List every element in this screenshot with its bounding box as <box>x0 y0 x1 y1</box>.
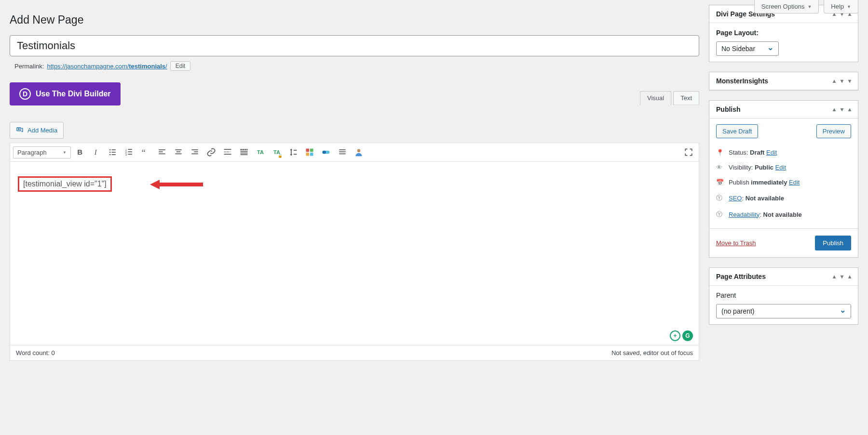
svg-rect-45 <box>323 151 326 154</box>
panel-up-icon[interactable]: ▴ <box>833 78 836 84</box>
yoast-add-icon[interactable]: + <box>670 330 680 341</box>
add-media-label: Add Media <box>27 127 57 134</box>
pill-icon[interactable] <box>319 145 333 159</box>
svg-rect-0 <box>17 128 21 131</box>
toolbar-toggle-icon[interactable] <box>237 145 251 159</box>
shortcode-highlight: [testimonial_view id="1"] <box>18 176 112 192</box>
align-right-icon[interactable] <box>188 145 202 159</box>
status-label: Status: <box>729 149 748 156</box>
parent-value: (no parent) <box>721 307 754 315</box>
svg-rect-9 <box>112 154 116 155</box>
save-draft-button[interactable]: Save Draft <box>716 124 758 138</box>
panel-up-icon[interactable]: ▴ <box>833 106 836 113</box>
svg-rect-20 <box>175 149 181 150</box>
panel-down-icon[interactable]: ▾ <box>841 273 843 280</box>
permalink-url-prefix: https://jasonchampagne.com/ <box>47 63 129 70</box>
bold-icon[interactable]: B <box>73 145 87 159</box>
panel-up-icon[interactable]: ▴ <box>833 273 836 280</box>
blockquote-icon[interactable]: “ <box>138 145 153 159</box>
svg-rect-36 <box>241 153 248 154</box>
svg-rect-37 <box>241 154 248 155</box>
editor-status-bar: Word count: 0 Not saved, editor out of f… <box>10 345 699 361</box>
visibility-value: Public <box>755 164 773 171</box>
person-icon[interactable] <box>352 145 366 159</box>
svg-point-6 <box>109 152 111 153</box>
panel-down-icon[interactable]: ▾ <box>841 106 843 113</box>
svg-rect-34 <box>246 149 248 150</box>
thrive-ta-lock-icon[interactable]: TA🔒 <box>270 145 284 159</box>
parent-select[interactable]: (no parent) <box>716 304 851 318</box>
svg-point-8 <box>109 154 111 156</box>
svg-rect-46 <box>339 149 345 150</box>
format-dropdown[interactable]: Paragraph <box>13 146 71 158</box>
svg-text:B: B <box>77 148 82 156</box>
svg-rect-25 <box>191 154 198 155</box>
svg-rect-30 <box>224 154 231 155</box>
svg-rect-29 <box>227 152 229 152</box>
yoast-readability-icon: Ⓨ <box>716 210 724 219</box>
panel-toggle-icon[interactable]: ▴ <box>848 106 851 113</box>
editor-body[interactable]: [testimonial_view id="1"] + G <box>10 162 699 345</box>
thrive-ta-icon[interactable]: TA <box>253 145 268 159</box>
page-heading: Add New Page <box>10 13 699 26</box>
read-more-icon[interactable] <box>220 145 235 159</box>
edit-schedule-link[interactable]: Edit <box>789 179 800 186</box>
publish-button[interactable]: Publish <box>815 236 851 250</box>
svg-rect-28 <box>224 152 226 152</box>
justify-icon[interactable] <box>335 145 350 159</box>
svg-rect-39 <box>294 154 297 155</box>
divi-button-label: Use The Divi Builder <box>36 90 111 98</box>
svg-rect-19 <box>159 154 165 155</box>
italic-icon[interactable]: I <box>89 145 104 159</box>
help-button[interactable]: Help <box>824 0 858 13</box>
bullet-list-icon[interactable] <box>106 145 120 159</box>
page-title-input[interactable] <box>10 35 699 56</box>
svg-rect-42 <box>306 153 310 156</box>
panel-toggle-icon[interactable]: ▴ <box>848 273 851 280</box>
panel-toggle-icon[interactable]: ▾ <box>848 78 851 84</box>
readability-link[interactable]: Readability <box>729 211 760 218</box>
status-value: Draft <box>750 149 764 156</box>
svg-rect-31 <box>241 149 242 150</box>
link-icon[interactable] <box>204 145 218 159</box>
monsterinsights-title: MonsterInsights <box>716 77 768 85</box>
add-media-button[interactable]: Add Media <box>10 122 64 139</box>
annotation-arrow-icon <box>150 178 203 191</box>
divi-builder-button[interactable]: D Use The Divi Builder <box>10 82 121 105</box>
edit-visibility-link[interactable]: Edit <box>775 164 786 171</box>
svg-text:“: “ <box>142 148 146 157</box>
svg-rect-26 <box>224 149 231 150</box>
permalink-edit-button[interactable]: Edit <box>170 61 191 71</box>
edit-status-link[interactable]: Edit <box>766 149 777 156</box>
page-attributes-title: Page Attributes <box>716 273 766 280</box>
reorder-icon[interactable] <box>286 145 300 159</box>
svg-rect-22 <box>175 154 181 155</box>
format-dropdown-label: Paragraph <box>17 149 47 156</box>
align-center-icon[interactable] <box>171 145 186 159</box>
svg-rect-7 <box>112 152 116 153</box>
page-layout-select[interactable]: No Sidebar <box>716 41 779 56</box>
svg-point-4 <box>109 149 111 151</box>
page-layout-value: No Sidebar <box>721 45 755 53</box>
grid-blocks-icon[interactable] <box>302 145 317 159</box>
grammarly-icon[interactable]: G <box>682 330 693 341</box>
monsterinsights-box: MonsterInsights ▴ ▾ ▾ <box>709 72 858 91</box>
preview-button[interactable]: Preview <box>816 124 851 138</box>
move-to-trash-link[interactable]: Move to Trash <box>716 239 756 247</box>
tab-visual[interactable]: Visual <box>640 91 671 105</box>
screen-options-button[interactable]: Screen Options <box>754 0 819 13</box>
seo-link[interactable]: SEO <box>729 195 742 202</box>
svg-rect-21 <box>176 151 180 152</box>
align-left-icon[interactable] <box>155 145 169 159</box>
svg-rect-17 <box>159 149 165 150</box>
permalink-link[interactable]: https://jasonchampagne.com/testimonials/ <box>47 63 167 70</box>
svg-point-1 <box>18 129 20 130</box>
fullscreen-icon[interactable] <box>681 145 696 159</box>
calendar-icon: 📅 <box>716 179 724 186</box>
publish-schedule-label: Publish <box>729 179 749 186</box>
svg-rect-38 <box>294 150 297 151</box>
panel-down-icon[interactable]: ▾ <box>841 78 843 84</box>
numbered-list-icon[interactable]: 123 <box>122 145 136 159</box>
svg-rect-41 <box>310 149 313 152</box>
tab-text[interactable]: Text <box>673 91 699 105</box>
